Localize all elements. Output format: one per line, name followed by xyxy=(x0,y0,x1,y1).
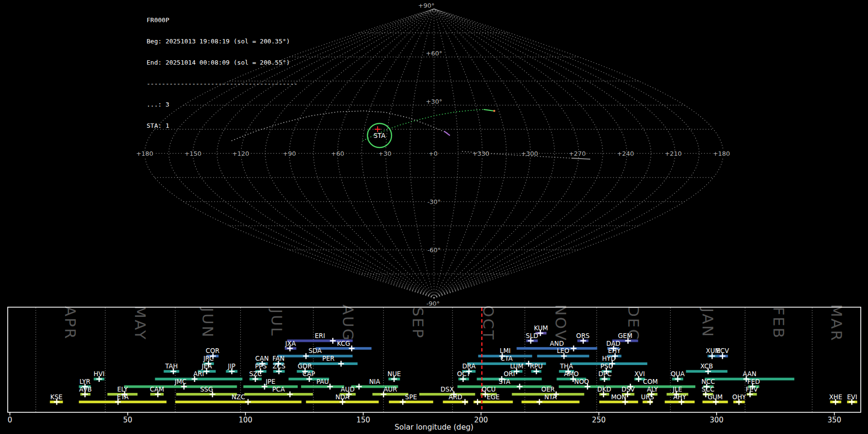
shower-label-SDA: SDA xyxy=(309,347,322,354)
station-code: FR000P xyxy=(147,17,298,24)
month-label: MAY xyxy=(132,305,149,340)
shower-label-XHE: XHE xyxy=(829,393,842,401)
shower-label-XVI: XVI xyxy=(635,370,645,378)
shower-label-JRC: JRC xyxy=(203,355,214,362)
shower-code-labels: KSEETANZCNDASPEARDEGENTAMONURSAHYGUMOHYX… xyxy=(50,325,857,401)
shower-label-HYD: HYD xyxy=(602,355,615,362)
sporadic-count: ...: 3 xyxy=(147,101,298,108)
shower-label-PPS: PPS xyxy=(255,363,267,370)
shower-label-AAN: AAN xyxy=(743,370,756,378)
shower-label-AND: AND xyxy=(550,340,564,347)
shower-label-JPE: JPE xyxy=(265,378,275,385)
month-label: APR xyxy=(62,306,79,340)
longitude-label: +90 xyxy=(283,150,296,157)
shower-label-LEO: LEO xyxy=(557,347,570,354)
peak-marker-NIA xyxy=(356,384,362,390)
peak-marker-STA xyxy=(517,384,523,390)
latitude-label: -60° xyxy=(427,246,441,254)
shower-bar-ARI xyxy=(155,378,242,380)
latitude-label: +60° xyxy=(426,50,442,57)
shower-label-GEM: GEM xyxy=(618,332,633,339)
shower-label-CTA: CTA xyxy=(501,355,513,362)
longitude-label: +240 xyxy=(617,150,634,157)
end-time: End: 20251014 00:08:09 (sol = 200.55°) xyxy=(147,59,298,67)
plot-canvas: +180+150+120+90+60+30+0+330+300+270+240+… xyxy=(0,0,868,434)
sta-radiant: STA xyxy=(367,123,392,148)
shower-label-JIP: JIP xyxy=(228,363,236,370)
shower-label-AUR: AUR xyxy=(383,386,397,393)
shower-bar-NZC xyxy=(175,401,301,403)
shower-label-JMC: JMC xyxy=(174,378,186,385)
observation-header: FR000P Beg: 20251013 19:08:19 (sol = 200… xyxy=(147,3,298,144)
shower-label-DSX: DSX xyxy=(441,386,454,393)
shower-label-ZCS: ZCS xyxy=(272,363,285,370)
shower-label-JEA: JEA xyxy=(201,363,212,370)
shower-trail-green-end-dot xyxy=(493,110,495,112)
shower-label-ORS: ORS xyxy=(576,332,590,339)
shower-label-DAD: DAD xyxy=(606,340,620,347)
axis-tick-label: 250 xyxy=(592,416,606,424)
month-label: JUL xyxy=(268,308,285,337)
shower-label-CAP: CAP xyxy=(302,370,315,378)
axis-tick-label: 200 xyxy=(474,416,488,424)
shower-label-DRA: DRA xyxy=(462,363,475,370)
shower-label-SSG: SSG xyxy=(200,386,213,393)
sta-radiant-label: STA xyxy=(373,132,386,139)
latitude-label: -30° xyxy=(427,198,441,205)
shower-label-THA: THA xyxy=(559,363,573,370)
shower-bar-DSX xyxy=(420,393,475,395)
header-separator: ---------------------------------------- xyxy=(147,81,298,88)
shower-label-LYR: LYR xyxy=(80,378,91,385)
peak-marker-ARD xyxy=(462,399,468,405)
shower-label-LMI: LMI xyxy=(500,347,511,354)
shower-label-NZC: NZC xyxy=(231,393,245,401)
begin-time: Beg: 20251013 19:08:19 (sol = 200.35°) xyxy=(147,38,298,45)
shower-label-LUM: LUM xyxy=(510,363,524,370)
longitude-label: +330 xyxy=(472,150,489,157)
shower-label-EVI: EVI xyxy=(847,393,857,401)
shower-bar-JPE xyxy=(244,385,298,388)
shower-label-KSE: KSE xyxy=(50,393,62,401)
meteor-activity-screen: +180+150+120+90+60+30+0+330+300+270+240+… xyxy=(0,0,868,434)
latitude-label: +30° xyxy=(426,98,442,105)
shower-label-TAH: TAH xyxy=(165,363,178,370)
longitude-label: +270 xyxy=(569,150,586,157)
shower-label-KCG: KCG xyxy=(337,340,350,347)
shower-label-KUM: KUM xyxy=(534,325,548,332)
shower-label-FED: FED xyxy=(747,378,760,385)
shower-bar-NTA xyxy=(522,401,580,403)
axis-tick-label: 100 xyxy=(239,416,253,424)
peak-marker-NTA xyxy=(537,399,542,405)
month-label: SEP xyxy=(409,307,427,339)
shower-label-XCB: XCB xyxy=(700,363,713,370)
peak-marker-AND xyxy=(571,346,577,352)
longitude-label: +120 xyxy=(232,150,249,157)
shower-label-SCC: SCC xyxy=(702,386,715,393)
shower-bar-SDA xyxy=(277,355,353,357)
shower-bar-ETA xyxy=(79,401,167,403)
shower-label-DSV: DSV xyxy=(622,386,635,393)
shower-label-COR: COR xyxy=(206,347,220,354)
shower-label-ALY: ALY xyxy=(647,386,659,393)
month-label: OCT xyxy=(480,305,497,341)
shower-label-OCT: OCT xyxy=(457,370,471,378)
shower-bar-PCA xyxy=(244,393,313,395)
shower-label-QUA: QUA xyxy=(671,370,685,378)
shower-bar-KCG xyxy=(316,347,372,350)
shower-label-OCU: OCU xyxy=(482,386,496,393)
longitude-label: +210 xyxy=(665,150,682,157)
sporadic-trail-west-tip xyxy=(444,131,450,136)
timeline-month-labels: APRMAYJUNJULAUGSEPOCTNOVDECJANFEBMAR xyxy=(62,304,845,342)
axis-tick-label: 50 xyxy=(123,416,132,424)
month-label: JUN xyxy=(199,307,217,339)
shower-label-SZC: SZC xyxy=(249,370,262,378)
longitude-label: +30 xyxy=(378,150,391,157)
shower-label-STA: STA xyxy=(499,378,510,385)
shower-label-SLD: SLD xyxy=(526,332,538,339)
peak-marker-ERI xyxy=(330,338,336,344)
shower-bar-JMC xyxy=(124,385,237,388)
north-pole-label: +90° xyxy=(418,2,434,9)
sta-count: STA: 1 xyxy=(147,122,298,130)
shower-label-JXA: JXA xyxy=(285,340,296,347)
shower-label-ECV: ECV xyxy=(716,347,729,354)
